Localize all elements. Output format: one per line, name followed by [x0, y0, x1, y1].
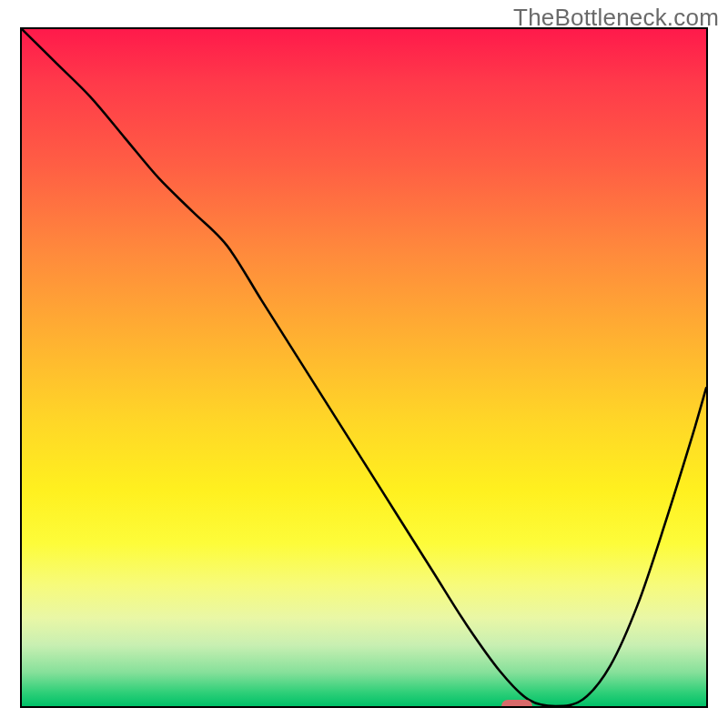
bottleneck-curve-svg — [22, 29, 706, 706]
bottleneck-curve-path — [22, 29, 706, 706]
plot-area — [20, 27, 708, 708]
chart-frame: TheBottleneck.com — [0, 0, 728, 728]
optimal-marker — [501, 700, 532, 708]
